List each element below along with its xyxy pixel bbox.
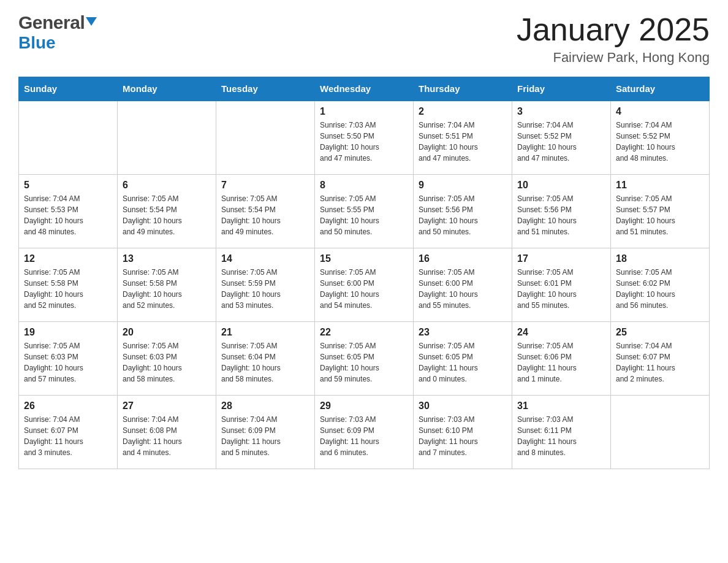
day-number: 15 xyxy=(320,253,408,264)
day-number: 26 xyxy=(24,400,112,412)
day-info: Sunrise: 7:04 AMSunset: 5:52 PMDaylight:… xyxy=(517,120,605,164)
day-info: Sunrise: 7:05 AMSunset: 5:56 PMDaylight:… xyxy=(419,193,507,237)
table-row: 13Sunrise: 7:05 AMSunset: 5:58 PMDayligh… xyxy=(118,248,216,321)
svg-marker-0 xyxy=(86,17,97,26)
calendar-week-row: 1Sunrise: 7:03 AMSunset: 5:50 PMDaylight… xyxy=(19,101,710,174)
day-info: Sunrise: 7:03 AMSunset: 6:09 PMDaylight:… xyxy=(320,414,408,458)
table-row: 9Sunrise: 7:05 AMSunset: 5:56 PMDaylight… xyxy=(414,174,512,248)
table-row: 4Sunrise: 7:04 AMSunset: 5:52 PMDaylight… xyxy=(611,101,710,174)
table-row: 12Sunrise: 7:05 AMSunset: 5:58 PMDayligh… xyxy=(19,248,118,321)
day-number: 21 xyxy=(221,327,309,338)
calendar-title: January 2025 xyxy=(517,12,710,47)
day-number: 20 xyxy=(123,327,211,338)
day-number: 6 xyxy=(123,180,211,191)
table-row: 16Sunrise: 7:05 AMSunset: 6:00 PMDayligh… xyxy=(414,248,512,321)
calendar-week-row: 5Sunrise: 7:04 AMSunset: 5:53 PMDaylight… xyxy=(19,174,710,248)
col-saturday: Saturday xyxy=(611,77,710,101)
day-info: Sunrise: 7:04 AMSunset: 5:53 PMDaylight:… xyxy=(24,193,112,237)
table-row xyxy=(118,101,216,174)
logo-arrow-icon xyxy=(85,15,98,31)
day-info: Sunrise: 7:05 AMSunset: 5:57 PMDaylight:… xyxy=(616,193,704,237)
table-row: 17Sunrise: 7:05 AMSunset: 6:01 PMDayligh… xyxy=(512,248,611,321)
title-block: January 2025 Fairview Park, Hong Kong xyxy=(517,12,710,66)
day-info: Sunrise: 7:05 AMSunset: 6:05 PMDaylight:… xyxy=(419,340,507,385)
day-info: Sunrise: 7:05 AMSunset: 6:06 PMDaylight:… xyxy=(517,340,605,385)
day-number: 31 xyxy=(517,400,605,412)
table-row: 18Sunrise: 7:05 AMSunset: 6:02 PMDayligh… xyxy=(611,248,710,321)
page-header: General Blue January 2025 Fairview Park,… xyxy=(18,12,710,66)
table-row xyxy=(611,395,710,469)
calendar-table: Sunday Monday Tuesday Wednesday Thursday… xyxy=(18,77,710,469)
day-info: Sunrise: 7:05 AMSunset: 5:58 PMDaylight:… xyxy=(123,267,211,311)
day-info: Sunrise: 7:04 AMSunset: 6:09 PMDaylight:… xyxy=(221,414,309,458)
table-row: 21Sunrise: 7:05 AMSunset: 6:04 PMDayligh… xyxy=(216,321,315,395)
table-row: 2Sunrise: 7:04 AMSunset: 5:51 PMDaylight… xyxy=(414,101,512,174)
table-row: 5Sunrise: 7:04 AMSunset: 5:53 PMDaylight… xyxy=(19,174,118,248)
calendar-subtitle: Fairview Park, Hong Kong xyxy=(517,50,710,66)
table-row: 22Sunrise: 7:05 AMSunset: 6:05 PMDayligh… xyxy=(315,321,414,395)
col-wednesday: Wednesday xyxy=(315,77,414,101)
day-info: Sunrise: 7:05 AMSunset: 6:03 PMDaylight:… xyxy=(24,340,112,385)
col-monday: Monday xyxy=(118,77,216,101)
logo: General Blue xyxy=(18,12,98,53)
col-thursday: Thursday xyxy=(414,77,512,101)
table-row: 8Sunrise: 7:05 AMSunset: 5:55 PMDaylight… xyxy=(315,174,414,248)
table-row: 3Sunrise: 7:04 AMSunset: 5:52 PMDaylight… xyxy=(512,101,611,174)
day-info: Sunrise: 7:04 AMSunset: 6:07 PMDaylight:… xyxy=(616,340,704,385)
day-info: Sunrise: 7:05 AMSunset: 6:04 PMDaylight:… xyxy=(221,340,309,385)
day-number: 19 xyxy=(24,327,112,338)
day-number: 16 xyxy=(419,253,507,264)
day-number: 22 xyxy=(320,327,408,338)
table-row: 10Sunrise: 7:05 AMSunset: 5:56 PMDayligh… xyxy=(512,174,611,248)
day-number: 24 xyxy=(517,327,605,338)
table-row: 29Sunrise: 7:03 AMSunset: 6:09 PMDayligh… xyxy=(315,395,414,469)
day-info: Sunrise: 7:05 AMSunset: 5:54 PMDaylight:… xyxy=(123,193,211,237)
calendar-week-row: 26Sunrise: 7:04 AMSunset: 6:07 PMDayligh… xyxy=(19,395,710,469)
day-info: Sunrise: 7:05 AMSunset: 5:56 PMDaylight:… xyxy=(517,193,605,237)
table-row: 7Sunrise: 7:05 AMSunset: 5:54 PMDaylight… xyxy=(216,174,315,248)
day-number: 8 xyxy=(320,180,408,191)
calendar-week-row: 12Sunrise: 7:05 AMSunset: 5:58 PMDayligh… xyxy=(19,248,710,321)
day-number: 28 xyxy=(221,400,309,412)
day-number: 14 xyxy=(221,253,309,264)
day-info: Sunrise: 7:03 AMSunset: 6:10 PMDaylight:… xyxy=(419,414,507,458)
day-number: 11 xyxy=(616,180,704,191)
day-number: 7 xyxy=(221,180,309,191)
day-info: Sunrise: 7:05 AMSunset: 5:59 PMDaylight:… xyxy=(221,267,309,311)
table-row: 26Sunrise: 7:04 AMSunset: 6:07 PMDayligh… xyxy=(19,395,118,469)
table-row: 6Sunrise: 7:05 AMSunset: 5:54 PMDaylight… xyxy=(118,174,216,248)
day-info: Sunrise: 7:03 AMSunset: 5:50 PMDaylight:… xyxy=(320,120,408,164)
day-number: 10 xyxy=(517,180,605,191)
logo-general-text: General xyxy=(18,12,85,33)
day-number: 3 xyxy=(517,106,605,117)
col-tuesday: Tuesday xyxy=(216,77,315,101)
day-info: Sunrise: 7:05 AMSunset: 6:00 PMDaylight:… xyxy=(419,267,507,311)
table-row: 31Sunrise: 7:03 AMSunset: 6:11 PMDayligh… xyxy=(512,395,611,469)
day-info: Sunrise: 7:04 AMSunset: 5:52 PMDaylight:… xyxy=(616,120,704,164)
day-number: 29 xyxy=(320,400,408,412)
day-info: Sunrise: 7:05 AMSunset: 6:02 PMDaylight:… xyxy=(616,267,704,311)
day-number: 13 xyxy=(123,253,211,264)
table-row: 27Sunrise: 7:04 AMSunset: 6:08 PMDayligh… xyxy=(118,395,216,469)
day-number: 12 xyxy=(24,253,112,264)
day-info: Sunrise: 7:05 AMSunset: 5:55 PMDaylight:… xyxy=(320,193,408,237)
table-row: 30Sunrise: 7:03 AMSunset: 6:10 PMDayligh… xyxy=(414,395,512,469)
table-row: 28Sunrise: 7:04 AMSunset: 6:09 PMDayligh… xyxy=(216,395,315,469)
col-sunday: Sunday xyxy=(19,77,118,101)
table-row: 14Sunrise: 7:05 AMSunset: 5:59 PMDayligh… xyxy=(216,248,315,321)
day-number: 5 xyxy=(24,180,112,191)
table-row: 24Sunrise: 7:05 AMSunset: 6:06 PMDayligh… xyxy=(512,321,611,395)
table-row: 19Sunrise: 7:05 AMSunset: 6:03 PMDayligh… xyxy=(19,321,118,395)
day-info: Sunrise: 7:05 AMSunset: 6:01 PMDaylight:… xyxy=(517,267,605,311)
day-number: 23 xyxy=(419,327,507,338)
day-info: Sunrise: 7:04 AMSunset: 5:51 PMDaylight:… xyxy=(419,120,507,164)
day-number: 2 xyxy=(419,106,507,117)
day-number: 25 xyxy=(616,327,704,338)
table-row: 11Sunrise: 7:05 AMSunset: 5:57 PMDayligh… xyxy=(611,174,710,248)
day-number: 30 xyxy=(419,400,507,412)
day-number: 4 xyxy=(616,106,704,117)
day-info: Sunrise: 7:05 AMSunset: 6:00 PMDaylight:… xyxy=(320,267,408,311)
calendar-header-row: Sunday Monday Tuesday Wednesday Thursday… xyxy=(19,77,710,101)
table-row: 20Sunrise: 7:05 AMSunset: 6:03 PMDayligh… xyxy=(118,321,216,395)
table-row: 15Sunrise: 7:05 AMSunset: 6:00 PMDayligh… xyxy=(315,248,414,321)
